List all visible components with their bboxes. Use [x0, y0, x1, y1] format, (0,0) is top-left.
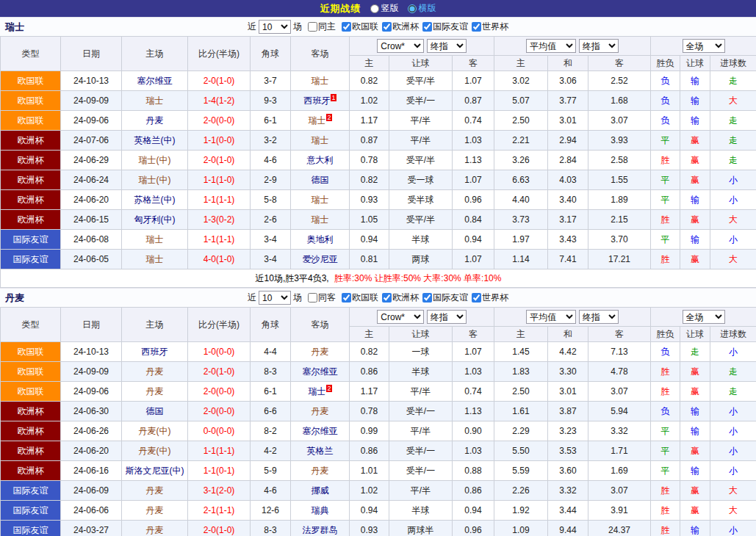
league-filter[interactable]: 欧洲杯 — [382, 21, 419, 33]
away-team-name[interactable]: 法罗群岛 — [303, 525, 338, 535]
league-filter[interactable]: 国际友谊 — [422, 291, 468, 304]
league-filter-checkbox[interactable] — [382, 22, 392, 32]
away-team-name[interactable]: 爱沙尼亚 — [303, 254, 338, 264]
away-team-name[interactable]: 西班牙 — [303, 95, 330, 106]
away-team-name[interactable]: 丹麦 — [312, 406, 329, 416]
away-team-name[interactable]: 瑞士 — [312, 195, 329, 205]
match-row: 国际友谊 24-03-27 丹麦 2-0(1-0) 8-3 法罗群岛 0.93 … — [1, 521, 756, 536]
same-venue-filter[interactable]: 同客 — [308, 291, 336, 304]
average-final-select[interactable]: 终指 — [579, 39, 619, 53]
home-team-name[interactable]: 瑞士(中) — [139, 155, 171, 165]
home-team-name[interactable]: 瑞士(中) — [139, 175, 171, 185]
away-team-name[interactable]: 塞尔维亚 — [303, 366, 338, 377]
home-team-name[interactable]: 塞尔维亚 — [137, 76, 173, 86]
league-filter[interactable]: 世界杯 — [472, 291, 508, 304]
result-goals: 大 — [710, 91, 756, 111]
layout-horizontal-option[interactable]: 横版 — [408, 2, 436, 15]
home-team-name[interactable]: 丹麦 — [146, 386, 164, 396]
away-team-name[interactable]: 瑞士 — [308, 115, 325, 126]
corner-score: 4-2 — [251, 441, 291, 461]
home-team-name[interactable]: 西班牙 — [142, 347, 168, 357]
match-count-select[interactable]: 10 — [259, 291, 291, 305]
corner-score: 3-7 — [251, 71, 291, 91]
home-team-name[interactable]: 丹麦 — [146, 366, 164, 377]
scope-select[interactable]: 全场 — [683, 39, 725, 53]
away-team-name[interactable]: 英格兰 — [307, 446, 334, 456]
average-select[interactable]: 平均值 — [526, 39, 576, 53]
result-handicap: 输 — [680, 91, 710, 111]
avg-odds-away: 3.32 — [588, 421, 651, 441]
handicap-line: 受半/一 — [389, 91, 453, 111]
avg-odds-draw: 3.32 — [548, 481, 588, 501]
away-team-name[interactable]: 瑞士 — [308, 386, 325, 396]
horizontal-layout-radio[interactable] — [408, 4, 417, 13]
league-filter[interactable]: 欧国联 — [342, 21, 378, 33]
away-team-name[interactable]: 德国 — [312, 175, 329, 185]
away-team-name[interactable]: 丹麦 — [312, 466, 329, 476]
away-team-name[interactable]: 奥地利 — [307, 234, 334, 245]
result-handicap: 赢 — [680, 170, 710, 190]
handicap-line: 两球 — [389, 250, 453, 269]
average-select[interactable]: 平均值 — [526, 310, 576, 324]
league-filter[interactable]: 欧国联 — [342, 291, 378, 304]
match-row: 欧国联 24-10-13 西班牙 1-0(0-0) 4-4 丹麦 0.82 一球… — [1, 342, 756, 362]
home-team-name[interactable]: 丹麦 — [146, 505, 164, 515]
match-date: 24-06-26 — [61, 421, 122, 441]
home-team-name[interactable]: 匈牙利(中) — [134, 214, 176, 225]
match-count-select[interactable]: 10 — [259, 20, 291, 34]
average-final-select[interactable]: 终指 — [579, 310, 619, 324]
home-team-name[interactable]: 德国 — [146, 406, 164, 416]
layout-vertical-option[interactable]: 竖版 — [370, 2, 399, 15]
match-score: 1-4(1-2) — [188, 91, 251, 111]
home-team-name[interactable]: 丹麦 — [146, 525, 164, 535]
home-team-name[interactable]: 英格兰(中) — [134, 135, 176, 145]
home-team-name[interactable]: 瑞士 — [146, 234, 164, 245]
league-filter[interactable]: 世界杯 — [472, 21, 508, 33]
league-filter-checkbox[interactable] — [472, 293, 481, 303]
away-team-name[interactable]: 瑞士 — [312, 135, 329, 145]
odds-final-select[interactable]: 终指 — [427, 310, 467, 324]
league-filter-checkbox[interactable] — [422, 293, 432, 303]
home-team-name[interactable]: 丹麦(中) — [139, 426, 171, 436]
same-venue-checkbox[interactable] — [308, 293, 317, 303]
home-team-name[interactable]: 苏格兰(中) — [134, 195, 176, 205]
league-type-badge: 欧洲杯 — [1, 210, 61, 230]
away-team-name[interactable]: 瑞士 — [312, 214, 329, 225]
away-team-name[interactable]: 瑞典 — [312, 505, 329, 515]
league-filter-checkbox[interactable] — [342, 22, 351, 32]
recent-matches-table: 类型 日期 主场 比分(半场) 角球 客场 Crow* 终指 平均值 终指 全场 — [0, 36, 756, 288]
away-team-name[interactable]: 瑞士 — [312, 76, 329, 86]
scope-select[interactable]: 全场 — [683, 310, 725, 324]
league-filter[interactable]: 国际友谊 — [422, 21, 468, 33]
away-team-name[interactable]: 丹麦 — [312, 347, 329, 357]
avg-odds-draw: 3.77 — [548, 91, 588, 111]
match-score: 2-0(0-0) — [188, 402, 251, 421]
home-team-name[interactable]: 丹麦 — [146, 115, 164, 126]
league-filter-checkbox[interactable] — [342, 293, 351, 303]
subcol-avg-draw: 和 — [548, 327, 588, 342]
league-filter-checkbox[interactable] — [422, 22, 432, 32]
league-filter-checkbox[interactable] — [382, 293, 392, 303]
result-handicap: 赢 — [680, 501, 710, 521]
home-team-name[interactable]: 瑞士 — [146, 254, 164, 264]
odds-final-select[interactable]: 终指 — [427, 39, 467, 53]
away-team-name[interactable]: 塞尔维亚 — [303, 426, 338, 436]
league-filter[interactable]: 欧洲杯 — [382, 291, 419, 304]
home-team-name[interactable]: 丹麦(中) — [139, 446, 171, 456]
away-team-name[interactable]: 挪威 — [312, 485, 329, 496]
vertical-layout-radio[interactable] — [370, 4, 379, 13]
home-team-name[interactable]: 瑞士 — [146, 95, 164, 106]
home-team-name[interactable]: 丹麦 — [146, 485, 164, 496]
handicap-odds-home: 0.99 — [350, 421, 389, 441]
same-venue-checkbox[interactable] — [308, 22, 317, 32]
league-filter-checkbox[interactable] — [472, 22, 481, 32]
same-venue-filter[interactable]: 同主 — [308, 21, 336, 33]
result-handicap: 输 — [680, 521, 710, 536]
odds-source-select[interactable]: Crow* — [377, 310, 424, 324]
home-team-name[interactable]: 斯洛文尼亚(中) — [126, 466, 184, 476]
corner-score: 8-2 — [251, 421, 291, 441]
filters-group: 近 10 场 同客 欧国联欧洲杯国际友谊世界杯 — [248, 291, 508, 305]
away-team-name[interactable]: 意大利 — [307, 155, 334, 165]
corner-score: 8-3 — [251, 362, 291, 382]
odds-source-select[interactable]: Crow* — [377, 39, 424, 53]
